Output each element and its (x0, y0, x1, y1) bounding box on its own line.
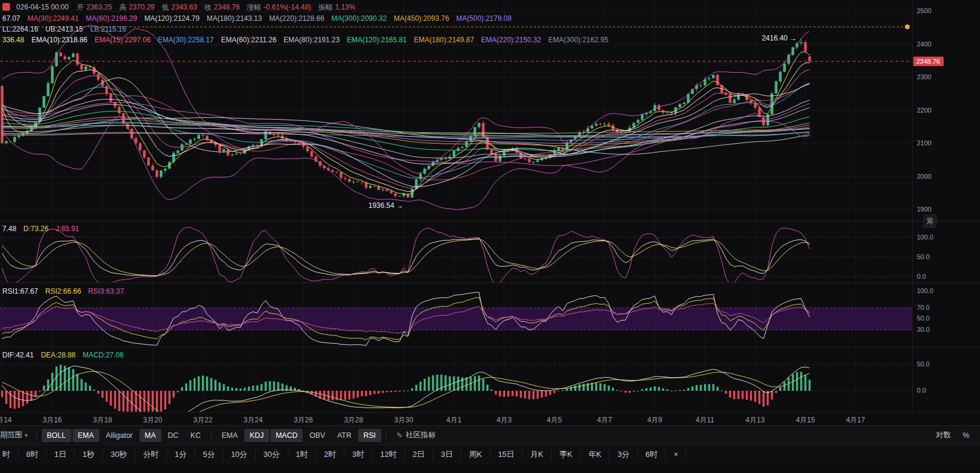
interval-toolbar: 时8时1日1秒30秒分时1分5分10分30分1时2时3时12时2日3日周K15日… (0, 444, 980, 464)
price-tick: 2300 (917, 73, 931, 80)
time-tick: 4月1 (446, 415, 461, 425)
community-indicators-button[interactable]: ✎社区指标 (391, 428, 441, 443)
indicator-toolbar: 期范围▾BOLLEMAAlligatorMADCKCEMAKDJMACDOBVA… (0, 425, 980, 444)
interval-button-7[interactable]: 5分 (195, 449, 223, 460)
interval-button-18[interactable]: 月K (522, 449, 552, 460)
price-tick: 1900 (917, 206, 931, 213)
indicator-button-macd-8[interactable]: MACD (270, 429, 303, 442)
time-tick: 4月17 (846, 415, 865, 425)
time-tick: 3月22 (194, 415, 213, 425)
interval-button-13[interactable]: 12时 (372, 449, 405, 460)
interval-button-11[interactable]: 2时 (316, 449, 344, 460)
indicator-button-kdj-7[interactable]: KDJ (244, 429, 269, 442)
current-price-badge: 2348.76 (913, 57, 944, 66)
time-tick: 4月13 (746, 415, 765, 425)
interval-button-21[interactable]: 3分 (609, 449, 637, 460)
scale-controls: 对数% (931, 428, 974, 442)
indicator-button-dc-4[interactable]: DC (163, 429, 184, 442)
interval-button-9[interactable]: 30分 (256, 449, 288, 460)
indicator-button-rsi-11[interactable]: RSI (358, 429, 381, 442)
interval-button-5[interactable]: 分时 (135, 449, 167, 460)
time-tick: 3月30 (394, 415, 413, 425)
interval-button-20[interactable]: 年K (581, 449, 610, 460)
macd-tick: 50.0 (917, 360, 929, 368)
macd-tick: 0.0 (917, 387, 926, 394)
time-tick: 3月16 (43, 415, 62, 425)
indicator-button-boll-0[interactable]: BOLL (42, 429, 71, 442)
interval-button-4[interactable]: 30秒 (103, 449, 135, 460)
time-tick: 4月7 (597, 415, 612, 425)
time-tick: 4月15 (796, 415, 815, 425)
time-tick: 3月24 (244, 415, 263, 425)
time-tick: 3月18 (93, 415, 112, 425)
time-tick: 3月28 (344, 415, 363, 425)
chart-canvas[interactable]: 026-04-15 00:00 开2363.25高2370.29低2343.63… (0, 0, 980, 425)
indicator-button-ema-1[interactable]: EMA (73, 429, 99, 442)
interval-button-16[interactable]: 周K (461, 449, 490, 460)
interval-button-0[interactable]: 时 (0, 449, 18, 460)
toolbar-divider (386, 431, 387, 440)
time-tick: 3月20 (143, 415, 162, 425)
percent-scale-button[interactable]: % (958, 430, 974, 441)
time-tick: 3月26 (294, 415, 313, 425)
kdj-tick: 50.0 (917, 253, 929, 260)
interval-button-14[interactable]: 2日 (405, 449, 433, 460)
community-indicators-label: 社区指标 (406, 430, 435, 440)
toolbar-divider (36, 431, 37, 440)
price-tick: 2100 (917, 139, 931, 147)
interval-button-19[interactable]: 季K (552, 449, 581, 460)
interval-button-10[interactable]: 1时 (288, 449, 316, 460)
interval-button-8[interactable]: 10分 (223, 449, 256, 460)
kdj-tick: 0.0 (917, 273, 926, 280)
interval-button-2[interactable]: 1日 (46, 449, 74, 460)
time-tick: 4月11 (696, 415, 714, 425)
edit-icon: ✎ (397, 431, 403, 440)
interval-button-3[interactable]: 1秒 (74, 449, 102, 460)
time-tick: 4月5 (547, 415, 562, 425)
indicator-button-alligator-2[interactable]: Alligator (101, 429, 138, 442)
time-tick: 4月9 (647, 415, 662, 425)
interval-button-12[interactable]: 3时 (344, 449, 372, 460)
price-tick: 2200 (917, 107, 931, 114)
interval-button-17[interactable]: 15日 (490, 449, 522, 460)
time-tick: 4月3 (497, 415, 512, 425)
edit-intervals-button[interactable]: × (666, 449, 687, 460)
indicator-button-ma-3[interactable]: MA (139, 429, 161, 442)
price-tick: 2500 (917, 7, 931, 14)
indicator-button-ema-6[interactable]: EMA (216, 429, 243, 442)
interval-button-6[interactable]: 1分 (167, 449, 195, 460)
rsi-tick: 30.0 (917, 326, 929, 333)
rsi-tick: 100.0 (917, 287, 934, 294)
price-axis[interactable]: 2500240023002200210020001900100.050.00.0… (912, 0, 980, 412)
rsi-tick: 50.0 (917, 315, 929, 322)
chip-distribution-tab[interactable]: 筹 (923, 214, 937, 228)
toolbar-divider (211, 431, 211, 440)
period-range-label: 期范围 (0, 430, 23, 440)
log-scale-button[interactable]: 对数 (931, 428, 956, 442)
time-tick: 3月14 (0, 415, 12, 425)
rsi-tick: 70.0 (917, 304, 929, 311)
price-tick: 2000 (917, 173, 931, 180)
interval-button-15[interactable]: 3日 (433, 449, 461, 460)
chevron-down-icon: ▾ (25, 432, 28, 438)
price-tick: 2400 (917, 41, 931, 48)
indicator-button-obv-9[interactable]: OBV (304, 429, 330, 442)
interval-button-22[interactable]: 6时 (638, 449, 666, 460)
kdj-tick: 100.0 (917, 234, 934, 241)
indicator-button-atr-10[interactable]: ATR (332, 429, 357, 442)
price-chart[interactable] (0, 0, 980, 412)
time-axis[interactable]: 3月143月163月183月203月223月243月263月283月304月14… (0, 412, 980, 426)
interval-button-1[interactable]: 8时 (18, 449, 46, 460)
period-range-control[interactable]: 期范围▾ (0, 428, 32, 442)
indicator-button-kc-5[interactable]: KC (185, 429, 206, 442)
